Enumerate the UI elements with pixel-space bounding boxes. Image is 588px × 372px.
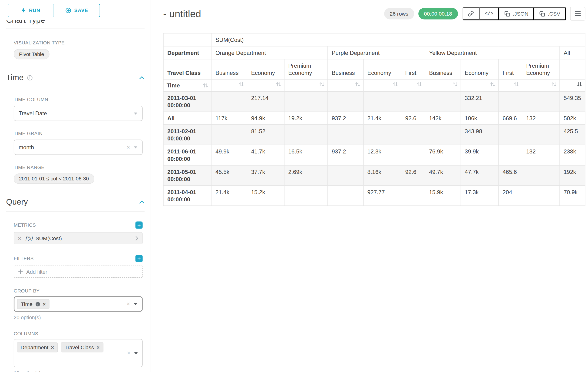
sort-cell[interactable] bbox=[363, 80, 401, 92]
value-cell bbox=[401, 185, 425, 205]
clear-icon[interactable]: × bbox=[127, 350, 130, 356]
run-button[interactable]: RUN bbox=[8, 4, 54, 17]
sort-arrows-icon[interactable] bbox=[239, 82, 244, 87]
metrics-control: METRICS + × ƒ(x) SUM(Cost) bbox=[14, 221, 143, 244]
sort-cell[interactable] bbox=[401, 80, 425, 92]
value-cell: 132 bbox=[522, 145, 560, 165]
column-header: Premium Economy bbox=[284, 59, 328, 80]
caret-down-icon[interactable] bbox=[134, 352, 138, 354]
pivot-table-container: SUM(Cost)DepartmentOrange DepartmentPurp… bbox=[163, 33, 586, 206]
value-cell bbox=[328, 165, 363, 185]
value-cell bbox=[401, 125, 425, 145]
remove-icon[interactable]: × bbox=[97, 345, 99, 350]
value-cell bbox=[499, 145, 522, 165]
clear-icon[interactable]: × bbox=[126, 144, 130, 150]
visualization-type-pill[interactable]: Pivot Table bbox=[14, 49, 49, 59]
time-section-header: Time bbox=[6, 73, 145, 87]
time-section-title: Time bbox=[6, 73, 23, 82]
value-cell bbox=[284, 92, 328, 112]
sort-arrows-icon[interactable] bbox=[514, 82, 519, 87]
sort-arrows-icon[interactable] bbox=[552, 82, 556, 87]
sort-cell[interactable] bbox=[499, 80, 522, 92]
sort-cell[interactable] bbox=[560, 80, 585, 92]
column-group-header: Purple Department bbox=[328, 46, 425, 59]
sort-arrows-icon[interactable] bbox=[417, 82, 422, 87]
row-label: 2011-02-01 00:00:00 bbox=[163, 125, 211, 145]
value-cell: 332.21 bbox=[461, 92, 499, 112]
value-cell bbox=[522, 165, 560, 185]
save-button[interactable]: SAVE bbox=[54, 4, 100, 17]
selected-option-pill[interactable]: Department× bbox=[17, 342, 58, 352]
info-icon bbox=[35, 302, 40, 307]
selected-option-pill[interactable]: Travel Class× bbox=[61, 342, 103, 352]
columns-options-hint: 19 option(s) bbox=[14, 370, 143, 372]
value-cell: 37.7k bbox=[247, 165, 284, 185]
sort-cell[interactable] bbox=[247, 80, 284, 92]
add-metric-button[interactable]: + bbox=[136, 221, 143, 229]
time-range-pill[interactable]: 2011-01-01 ≤ col < 2011-06-30 bbox=[14, 173, 94, 184]
export-json-button[interactable]: .JSON bbox=[499, 7, 534, 20]
sort-cell[interactable] bbox=[211, 80, 247, 92]
sort-cell[interactable] bbox=[328, 80, 363, 92]
chevron-up-icon[interactable] bbox=[139, 201, 145, 204]
sort-arrows-icon[interactable] bbox=[203, 83, 208, 88]
remove-metric-icon[interactable]: × bbox=[18, 235, 21, 242]
explore-page: RUN SAVE Chart Type VISUALIZATION TYPE P… bbox=[0, 0, 588, 372]
caret-down-icon[interactable] bbox=[133, 303, 137, 305]
time-label: Time bbox=[167, 82, 180, 89]
clear-icon[interactable]: × bbox=[126, 301, 130, 307]
sort-arrows-icon[interactable] bbox=[490, 82, 495, 87]
value-cell bbox=[425, 92, 461, 112]
sort-cell[interactable] bbox=[425, 80, 461, 92]
caret-down-icon bbox=[133, 112, 137, 115]
chart-title[interactable]: - untitled bbox=[163, 8, 201, 20]
chevron-up-icon[interactable] bbox=[139, 76, 145, 79]
value-cell: 502k bbox=[560, 112, 585, 125]
columns-label: COLUMNS bbox=[14, 331, 143, 336]
value-cell bbox=[284, 185, 328, 205]
share-link-button[interactable] bbox=[463, 7, 480, 20]
sort-arrows-icon[interactable] bbox=[276, 82, 281, 87]
value-cell: 669.6 bbox=[499, 112, 522, 125]
column-header: Premium Economy bbox=[522, 59, 560, 80]
column-header: Business bbox=[425, 59, 461, 80]
value-cell: 76.9k bbox=[425, 145, 461, 165]
add-filter-dropzone[interactable]: Add filter bbox=[14, 266, 143, 278]
remove-icon[interactable]: × bbox=[51, 345, 54, 350]
filters-control: FILTERS + Add filter bbox=[14, 255, 143, 278]
sort-row: Time bbox=[163, 80, 585, 92]
chart-panel: - untitled 26 rows 00:00:00.18 </> .JSON… bbox=[151, 0, 588, 372]
hamburger-icon bbox=[575, 11, 581, 16]
selected-option-pill[interactable]: Time× bbox=[17, 299, 50, 309]
time-sort-cell[interactable]: Time bbox=[163, 80, 211, 92]
add-filter-plus-button[interactable]: + bbox=[136, 255, 143, 262]
time-grain-value: month bbox=[19, 144, 34, 150]
pill-label: Time bbox=[21, 301, 32, 307]
filters-label: FILTERS bbox=[14, 256, 34, 261]
sort-arrows-icon[interactable] bbox=[320, 82, 325, 87]
sort-cell[interactable] bbox=[522, 80, 560, 92]
remove-icon[interactable]: × bbox=[43, 301, 46, 307]
table-row: 2011-04-01 00:00:0021.4k15.2k927.7715.9k… bbox=[163, 185, 585, 205]
value-cell bbox=[211, 125, 247, 145]
embed-code-button[interactable]: </> bbox=[480, 7, 499, 20]
column-header: Economy bbox=[461, 59, 499, 80]
columns-select[interactable]: Department×Travel Class× × bbox=[14, 339, 143, 367]
export-csv-button[interactable]: .CSV bbox=[534, 7, 566, 20]
time-column-select[interactable]: Travel Date bbox=[14, 106, 143, 121]
sort-arrows-icon[interactable] bbox=[393, 82, 398, 87]
sort-cell[interactable] bbox=[461, 80, 499, 92]
group-by-select[interactable]: Time× × bbox=[14, 297, 143, 312]
time-range-control: TIME RANGE 2011-01-01 ≤ col < 2011-06-30 bbox=[14, 165, 143, 184]
sort-desc-icon[interactable] bbox=[577, 82, 582, 87]
value-cell bbox=[328, 125, 363, 145]
sort-arrows-icon[interactable] bbox=[452, 82, 457, 87]
more-options-button[interactable] bbox=[570, 7, 585, 21]
columns-pills: Department×Travel Class× bbox=[17, 342, 104, 352]
time-grain-select[interactable]: month × bbox=[14, 140, 143, 155]
value-cell: 12.3k bbox=[363, 145, 401, 165]
sort-arrows-icon[interactable] bbox=[355, 82, 360, 87]
metric-item[interactable]: × ƒ(x) SUM(Cost) bbox=[14, 232, 143, 244]
chevron-right-icon[interactable] bbox=[136, 236, 138, 241]
sort-cell[interactable] bbox=[284, 80, 328, 92]
